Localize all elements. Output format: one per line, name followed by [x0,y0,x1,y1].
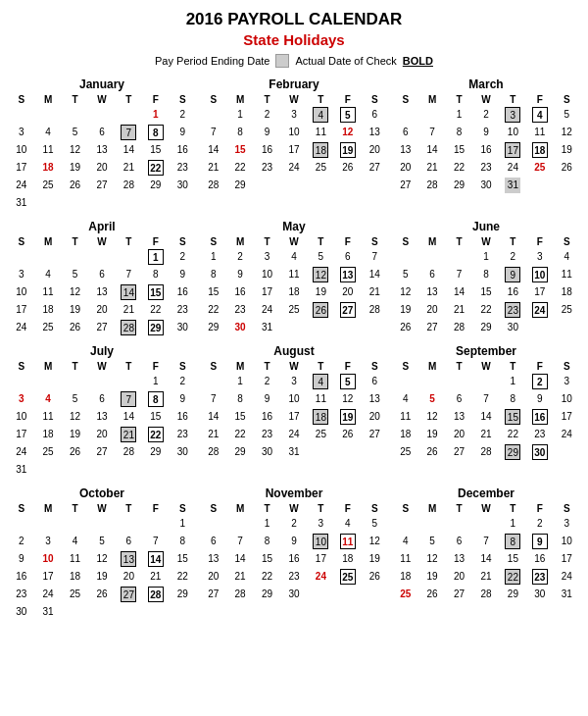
day: 26 [340,160,356,176]
day: 24 [559,569,574,585]
day: 1 [260,516,275,532]
day: 23 [532,427,548,442]
day: 21 [232,569,248,585]
day: 9 [14,551,29,567]
day: 18 [398,427,414,442]
day: 15 [505,551,520,567]
day: 24 [286,427,302,442]
day: 16 [532,409,548,425]
day: 15 [206,284,221,300]
day: 20 [94,427,110,442]
day: 14 [367,267,382,282]
month-august-title: August [200,344,388,358]
day: 17 [559,551,574,567]
day: 3 [286,374,302,389]
day: 3 [559,374,574,389]
day: 13 [452,409,467,425]
day: 28 [121,178,136,193]
month-september-title: September [392,344,580,358]
day: 5 [313,249,328,265]
day: 18 [40,302,56,318]
day: 19 [68,302,83,318]
day: 24 [505,160,520,176]
day: 26 [424,444,440,460]
day: 17 [559,409,574,425]
day: 13 [367,125,382,140]
day: 28 [367,302,382,318]
day: 22 [148,302,164,318]
day: 12 [367,534,382,549]
day: 28 [478,587,494,602]
day: 21 [206,427,221,442]
month-may-title: May [200,220,388,233]
day: 13 [398,142,414,158]
day: 28 [424,178,440,193]
day: 26 [559,160,574,176]
day: 30 [260,444,275,460]
month-april: April SMTWTFS 1 2 3 4 5 6 7 8 9 10 11 12 [8,220,196,336]
day: 2 [174,107,190,123]
day: 28 [478,444,494,460]
day: 4 [313,107,328,123]
day: 11 [40,409,56,425]
day: 10 [286,125,302,140]
day: 24 [532,302,548,318]
day: 17 [14,427,29,442]
day: 17 [40,569,56,585]
day: 6 [94,391,110,407]
day: 15 [148,284,164,300]
day: 4 [40,391,56,407]
day: 22 [505,569,520,585]
day: 20 [206,569,221,585]
day: 25 [68,587,83,602]
day: 10 [559,391,574,407]
day: 29 [206,320,221,335]
day: 7 [452,267,467,282]
day: 10 [40,551,56,567]
month-march: March SMTWTFS 1 2 3 4 5 6 7 8 9 10 11 12 [392,77,580,212]
day: 19 [340,409,356,425]
day: 16 [232,284,248,300]
day: 5 [68,391,83,407]
day: 27 [452,444,467,460]
day: 29 [505,444,520,460]
day: 14 [424,142,440,158]
day: 24 [14,320,29,335]
day: 14 [121,409,136,425]
day: 26 [68,320,83,335]
day: 31 [505,178,520,193]
day: 3 [505,107,520,123]
day: 16 [505,284,520,300]
day: 15 [148,142,164,158]
day: 7 [478,534,494,549]
day: 16 [532,551,548,567]
day: 4 [559,249,574,265]
day: 16 [174,142,190,158]
day: 10 [286,391,302,407]
day: 21 [121,427,136,442]
day: 3 [532,249,548,265]
day: 3 [286,107,302,123]
day: 26 [68,444,83,460]
day: 1 [148,107,164,123]
day: 2 [532,516,548,532]
day: 2 [174,249,190,265]
day: 19 [313,284,328,300]
day: 7 [148,534,164,549]
day: 22 [148,427,164,442]
day: 24 [14,444,29,460]
day: 6 [94,125,110,140]
day: 5 [559,107,574,123]
day: 14 [148,551,164,567]
day: 11 [313,391,328,407]
day: 19 [424,569,440,585]
day: 1 [505,374,520,389]
day: 9 [260,391,275,407]
day: 13 [121,551,136,567]
month-december: December SMTWTFS 1 2 3 4 5 6 7 8 9 10 11… [392,486,580,621]
day: 27 [452,587,467,602]
day: 2 [232,249,248,265]
day: 6 [452,534,467,549]
day: 12 [94,551,110,567]
day: 9 [286,534,302,549]
